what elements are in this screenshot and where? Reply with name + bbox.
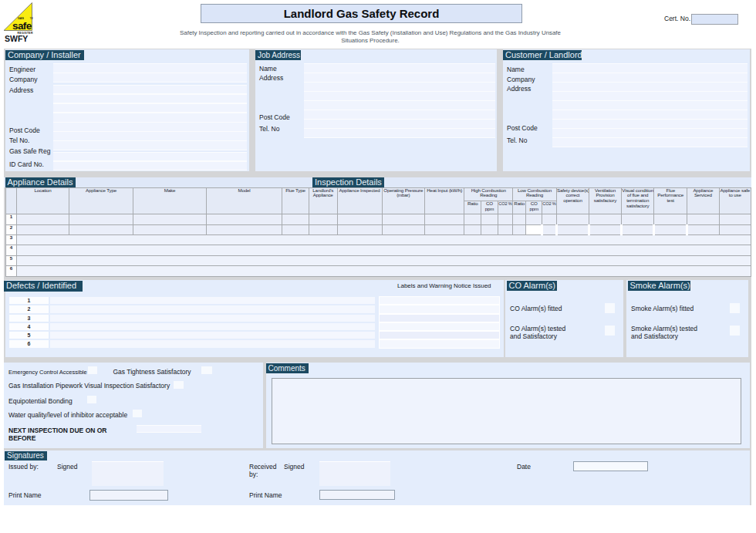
svg-text:safe: safe [12,20,32,32]
svg-text:TM: TM [30,17,34,20]
